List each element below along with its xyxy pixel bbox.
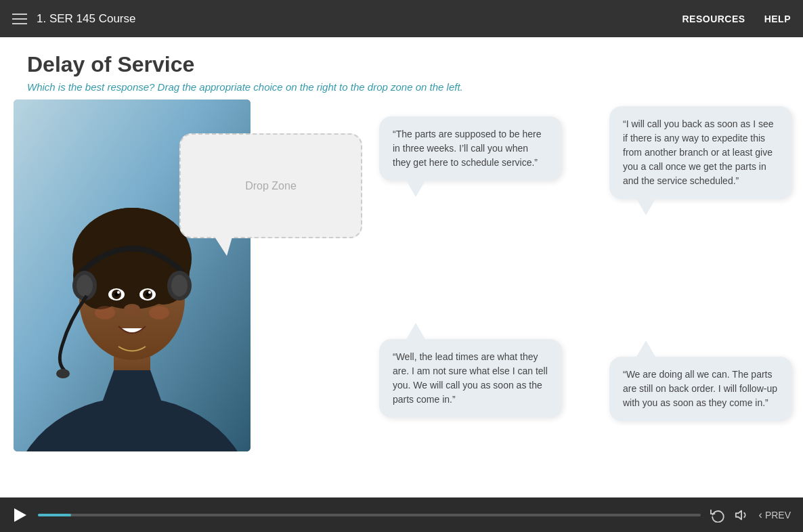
bubble-4[interactable]: “We are doing all we can. The parts are … — [609, 357, 792, 421]
content-area: Drop Zone “The parts are supposed to be … — [0, 99, 803, 465]
control-bar: ‹ PREV — [0, 497, 803, 532]
page-title: Delay of Service — [27, 52, 776, 77]
main-content: Delay of Service Which is the best respo… — [0, 37, 803, 497]
top-bar-left: 1. SER 145 Course — [12, 12, 135, 26]
svg-point-18 — [124, 304, 140, 315]
svg-point-19 — [95, 306, 115, 319]
bubble-2[interactable]: “I will call you back as soon as I see i… — [609, 106, 792, 199]
progress-bar-fill — [38, 514, 71, 516]
prev-button[interactable]: ‹ PREV — [759, 509, 791, 521]
page-header: Delay of Service Which is the best respo… — [0, 37, 803, 99]
svg-point-17 — [148, 291, 151, 294]
svg-point-20 — [149, 306, 169, 319]
top-bar: 1. SER 145 Course RESOURCES HELP — [0, 0, 803, 37]
resources-link[interactable]: RESOURCES — [682, 14, 745, 24]
svg-point-24 — [171, 275, 188, 296]
progress-bar[interactable] — [38, 514, 701, 516]
bubble-3[interactable]: “Well, the lead times are what they are.… — [379, 339, 562, 418]
drop-zone-label: Drop Zone — [245, 180, 297, 192]
play-icon — [14, 508, 26, 522]
svg-marker-26 — [735, 510, 741, 519]
bubbles-container: “The parts are supposed to be here in th… — [379, 106, 792, 458]
svg-point-22 — [77, 275, 93, 296]
help-link[interactable]: HELP — [764, 14, 791, 24]
play-button[interactable] — [12, 507, 28, 523]
drop-zone[interactable]: Drop Zone — [179, 133, 362, 238]
top-bar-right: RESOURCES HELP — [682, 14, 791, 24]
course-title: 1. SER 145 Course — [37, 12, 135, 26]
page-subtitle: Which is the best response? Drag the app… — [27, 81, 776, 93]
volume-button[interactable] — [735, 508, 750, 523]
reload-button[interactable] — [710, 508, 725, 523]
prev-arrow-icon: ‹ — [759, 509, 762, 521]
prev-label: PREV — [765, 510, 791, 520]
svg-point-25 — [56, 369, 70, 378]
menu-icon[interactable] — [12, 14, 27, 24]
bubble-1[interactable]: “The parts are supposed to be here in th… — [379, 116, 562, 181]
svg-point-16 — [117, 291, 120, 294]
